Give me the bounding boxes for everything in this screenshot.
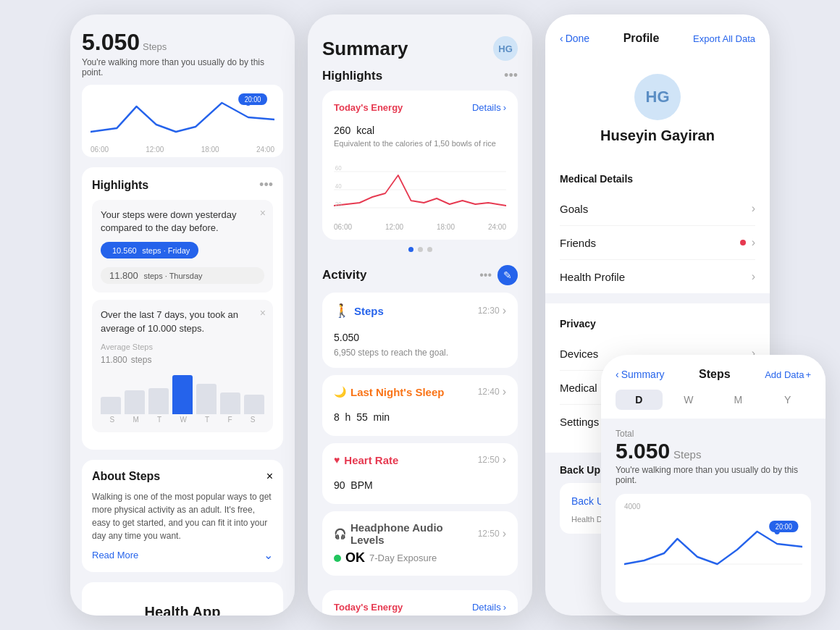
tab-w[interactable]: W <box>665 390 713 410</box>
steps-panel-sub: You're walking more than you usually do … <box>616 465 811 485</box>
highlights-title: Highlights <box>92 179 148 192</box>
energy-label: Today's Energy <box>334 102 403 113</box>
bar-f <box>220 392 240 414</box>
plus-icon: + <box>805 369 811 380</box>
activity-section: Activity ••• ✎ 🚶 Steps 12:30 › 5.050 <box>308 265 532 590</box>
sleep-chevron: › <box>503 385 506 398</box>
steps-panel-content: Total 5.050 Steps You're walking more th… <box>601 419 826 602</box>
headphone-act-name: 🎧 Headphone Audio Levels <box>334 521 478 546</box>
steps-mini-chart: 4000 20:00 <box>616 494 811 602</box>
friends-chevron: › <box>752 236 755 249</box>
highlight-card-2: × Over the last 7 days, you took an aver… <box>92 300 273 432</box>
close-about[interactable]: × <box>266 470 273 483</box>
tab-y[interactable]: Y <box>765 390 812 410</box>
bar-m <box>125 390 145 414</box>
about-steps-title: About Steps <box>92 470 160 483</box>
done-button[interactable]: ‹ Done <box>560 33 589 44</box>
svg-text:60: 60 <box>335 164 342 172</box>
read-more-link[interactable]: Read More <box>92 550 138 560</box>
summary-title: Summary <box>322 38 408 60</box>
total-steps-unit: Steps <box>673 448 701 461</box>
profile-top-nav: ‹ Done Profile Export All Data <box>545 14 770 59</box>
moon-icon: 🌙 <box>334 386 346 398</box>
steps-detail-panel: ‹ Summary Steps Add Data + D W M Y Total… <box>601 355 826 616</box>
highlights-menu[interactable]: ••• <box>259 177 273 193</box>
center-highlights-title: Highlights <box>322 69 382 83</box>
activity-title: Activity <box>322 268 366 282</box>
dot-1[interactable] <box>408 247 413 252</box>
friends-badge <box>740 240 746 245</box>
bar-day-labels: SM TW TF S <box>101 416 264 424</box>
sleep-activity-row[interactable]: 🌙 Last Night's Sleep 12:40 › 8 h 55 min <box>322 375 518 436</box>
svg-text:40: 40 <box>335 182 342 190</box>
energy-card: Today's Energy Details › 260 kcal Equiva… <box>322 91 518 240</box>
promo-card: Health App Free UI Kit For Figma Downloa… <box>82 582 283 616</box>
friends-row[interactable]: Friends › <box>560 226 755 260</box>
activity-dots[interactable]: ••• <box>479 269 492 282</box>
steps-back-button[interactable]: ‹ Summary <box>616 369 665 380</box>
export-button[interactable]: Export All Data <box>693 33 755 44</box>
steps-chevron-left: ‹ <box>616 369 619 380</box>
headphone-time: 12:50 <box>478 529 500 539</box>
headphone-chevron: › <box>503 527 506 540</box>
close-highlight-1[interactable]: × <box>260 207 266 219</box>
highlights-card: Highlights ••• × Your steps were down ye… <box>82 167 283 450</box>
sleep-act-value: 8 h 55 min <box>334 403 506 426</box>
steps-act-name: 🚶 Steps <box>334 303 384 319</box>
add-data-button[interactable]: Add Data + <box>765 369 811 380</box>
activity-edit-icon[interactable]: ✎ <box>497 265 518 285</box>
steps-header: 5.050 Steps You're walking more than you… <box>82 29 283 77</box>
tab-d[interactable]: D <box>616 390 663 410</box>
steps-panel-chart: 20:00 <box>624 513 802 579</box>
center-avatar[interactable]: HG <box>493 36 518 61</box>
chevron-down-icon: ⌄ <box>264 548 273 562</box>
dot-3[interactable] <box>427 247 432 252</box>
second-details-btn[interactable]: Details › <box>472 602 506 613</box>
energy-details-btn[interactable]: Details › <box>472 102 506 113</box>
heart-act-value: 90 BPM <box>334 471 506 494</box>
headphone-sub: 7-Day Exposure <box>369 553 437 563</box>
steps-detail-nav: ‹ Summary Steps Add Data + <box>601 355 826 390</box>
bar-t2 <box>196 384 217 414</box>
total-label: Total <box>616 429 811 439</box>
energy-sub: Equivalent to the calories of 1,50 bowls… <box>334 139 506 148</box>
bar-s1 <box>101 397 121 414</box>
dot-2[interactable] <box>418 247 423 252</box>
friends-label: Friends <box>560 237 596 249</box>
close-highlight-2[interactable]: × <box>260 307 266 319</box>
heart-icon: ♥ <box>334 454 340 466</box>
health-profile-chevron: › <box>752 270 755 283</box>
steps-encouragement: You're walking more than you usually do … <box>82 57 283 77</box>
steps-big-unit: Steps <box>143 41 167 52</box>
highlight-1-text: Your steps were down yesterday compared … <box>101 209 264 235</box>
energy-line-chart: 20 40 60 <box>334 154 506 219</box>
chart-badge-label: 20:00 <box>245 96 261 104</box>
highlight-2-text: Over the last 7 days, you took an averag… <box>101 308 264 335</box>
steps-chart-area: 20:00 06:00 12:00 18:00 24:00 <box>82 85 283 157</box>
promo-title: Health App <box>92 604 273 616</box>
chevron-left-icon: ‹ <box>560 33 563 44</box>
medical-details-title: Medical Details <box>560 173 755 185</box>
friday-pill: 10.560 steps · Friday <box>101 242 198 259</box>
steps-panel-title: Steps <box>699 368 731 381</box>
steps-activity-row[interactable]: 🚶 Steps 12:30 › 5.050 6,950 steps to rea… <box>322 293 518 368</box>
heart-activity-row[interactable]: ♥ Heart Rate 12:50 › 90 BPM <box>322 443 518 504</box>
goals-row[interactable]: Goals › <box>560 192 755 226</box>
steps-time: 12:30 <box>478 306 500 316</box>
heart-chevron: › <box>503 453 506 466</box>
highlights-dots[interactable]: ••• <box>504 68 518 83</box>
privacy-title: Privacy <box>560 318 755 329</box>
second-energy-label: Today's Energy <box>334 602 403 613</box>
walking-icon: 🚶 <box>334 303 350 319</box>
sleep-act-name: 🌙 Last Night's Sleep <box>334 386 444 398</box>
headphone-activity-row[interactable]: 🎧 Headphone Audio Levels 12:50 › OK 7-Da… <box>322 511 518 576</box>
avg-bar-chart <box>101 371 264 414</box>
health-profile-row[interactable]: Health Profile › <box>560 260 755 293</box>
settings-label: Settings <box>560 416 599 428</box>
devices-label: Devices <box>560 348 598 360</box>
bar-w <box>172 375 193 414</box>
tab-m[interactable]: M <box>715 390 762 410</box>
profile-title: Profile <box>623 32 660 45</box>
profile-avatar: HG <box>634 74 681 120</box>
profile-name: Huseyin Gayiran <box>560 127 755 144</box>
